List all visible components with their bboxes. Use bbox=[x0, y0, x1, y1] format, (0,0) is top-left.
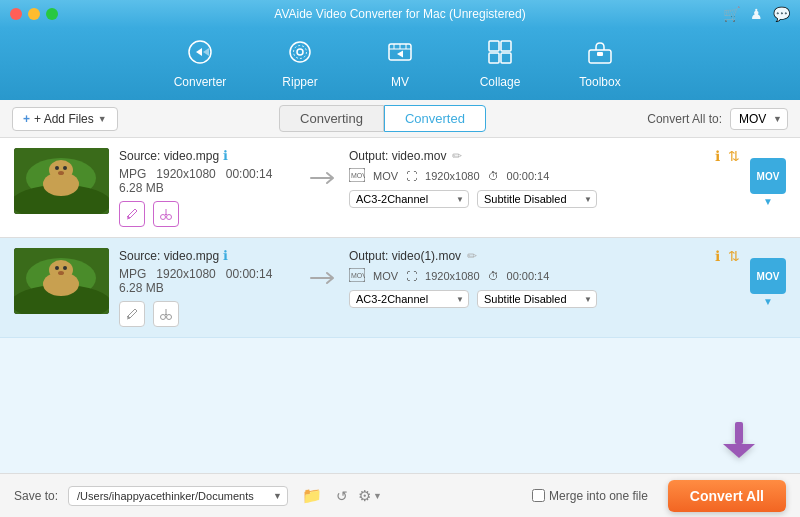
info-icon-1[interactable]: ℹ bbox=[223, 148, 228, 163]
output-info-1: Output: video.mov ✏ ℹ ⇅ MOV MOV ⛶ bbox=[349, 148, 740, 208]
output-format-icon-1: MOV bbox=[349, 168, 365, 184]
output-res-icon-1: ⛶ bbox=[406, 170, 417, 182]
minimize-button[interactable] bbox=[28, 8, 40, 20]
svg-point-1 bbox=[290, 42, 310, 62]
subtitle-select-wrapper-2[interactable]: Subtitle Disabled None Auto bbox=[477, 289, 597, 308]
mv-label: MV bbox=[391, 75, 409, 89]
collage-label: Collage bbox=[480, 75, 521, 89]
refresh-folder-icon[interactable]: ↺ bbox=[336, 488, 348, 504]
output-res-2: 1920x1080 bbox=[425, 270, 479, 282]
cut-icon-btn-2[interactable] bbox=[153, 301, 179, 327]
collage-icon bbox=[487, 39, 513, 71]
merge-checkbox[interactable] bbox=[532, 489, 545, 502]
settings-button[interactable]: ⚙ ▼ bbox=[358, 487, 382, 505]
edit-icon-btn-1[interactable] bbox=[119, 201, 145, 227]
svg-point-30 bbox=[58, 271, 64, 275]
svg-point-18 bbox=[58, 171, 64, 175]
edit-icon-btn-2[interactable] bbox=[119, 301, 145, 327]
tab-converted[interactable]: Converted bbox=[384, 105, 486, 132]
tab-converting[interactable]: Converting bbox=[279, 105, 384, 132]
svg-point-17 bbox=[63, 166, 67, 170]
save-path-wrapper bbox=[68, 486, 288, 506]
source-label-2: Source: video.mpg bbox=[119, 249, 219, 263]
output-dur-2: 00:00:14 bbox=[507, 270, 550, 282]
nav-item-ripper[interactable]: Ripper bbox=[250, 28, 350, 100]
convert-all-to-label: Convert All to: bbox=[647, 112, 722, 126]
thumbnail-1 bbox=[14, 148, 109, 214]
svg-point-3 bbox=[294, 46, 307, 59]
audio-select-wrapper-2[interactable]: AC3-2Channel AAC MP3 bbox=[349, 289, 469, 308]
arrow-2 bbox=[309, 248, 339, 288]
svg-point-2 bbox=[297, 49, 303, 55]
save-path-input[interactable] bbox=[68, 486, 288, 506]
svg-point-29 bbox=[63, 266, 67, 270]
output-info-2: Output: video(1).mov ✏ ℹ ⇅ MOV MOV bbox=[349, 248, 740, 308]
format-select[interactable]: MOV MP4 MKV AVI bbox=[730, 108, 788, 130]
settings-output-icon-1[interactable]: ⇅ bbox=[728, 148, 740, 164]
source-label-1: Source: video.mpg bbox=[119, 149, 219, 163]
subtitle-select-1[interactable]: Subtitle Disabled None Auto bbox=[477, 190, 597, 208]
svg-marker-36 bbox=[723, 444, 755, 458]
nav-item-converter[interactable]: Converter bbox=[150, 28, 250, 100]
settings-output-icon-2[interactable]: ⇅ bbox=[728, 248, 740, 264]
mov-chevron-2[interactable]: ▼ bbox=[763, 296, 773, 307]
svg-point-27 bbox=[49, 260, 73, 280]
nav-item-toolbox[interactable]: Toolbox bbox=[550, 28, 650, 100]
folder-icon-button[interactable]: 📁 bbox=[302, 486, 322, 505]
convert-all-button[interactable]: Convert All bbox=[668, 480, 786, 512]
output-time-icon-2: ⏱ bbox=[488, 270, 499, 282]
maximize-button[interactable] bbox=[46, 8, 58, 20]
chat-icon[interactable]: 💬 bbox=[773, 6, 790, 22]
svg-point-16 bbox=[55, 166, 59, 170]
source-info-2: Source: video.mpg ℹ MPG 1920x1080 00:00:… bbox=[119, 248, 299, 327]
info-output-icon-1[interactable]: ℹ bbox=[715, 148, 720, 164]
audio-select-1[interactable]: AC3-2Channel AAC MP3 bbox=[349, 190, 469, 208]
format-select-wrapper[interactable]: MOV MP4 MKV AVI bbox=[730, 108, 788, 130]
edit-output-icon-1[interactable]: ✏ bbox=[452, 149, 462, 163]
merge-check-wrapper: Merge into one file bbox=[532, 489, 648, 503]
title-bar-actions: 🛒 ♟ 💬 bbox=[723, 6, 790, 22]
audio-select-2[interactable]: AC3-2Channel AAC MP3 bbox=[349, 290, 469, 308]
add-files-button[interactable]: + + Add Files ▼ bbox=[12, 107, 118, 131]
action-icons-1 bbox=[119, 201, 299, 227]
toolbox-label: Toolbox bbox=[579, 75, 620, 89]
svg-rect-10 bbox=[597, 52, 603, 56]
info-icon-2[interactable]: ℹ bbox=[223, 248, 228, 263]
info-output-icon-2[interactable]: ℹ bbox=[715, 248, 720, 264]
add-files-label: + Add Files bbox=[34, 112, 94, 126]
nav-item-collage[interactable]: Collage bbox=[450, 28, 550, 100]
svg-rect-9 bbox=[589, 50, 611, 63]
edit-output-icon-2[interactable]: ✏ bbox=[467, 249, 477, 263]
close-button[interactable] bbox=[10, 8, 22, 20]
save-to-label: Save to: bbox=[14, 489, 58, 503]
mov-badge-1[interactable]: MOV bbox=[750, 158, 786, 194]
subtitle-select-2[interactable]: Subtitle Disabled None Auto bbox=[477, 290, 597, 308]
mov-badge-2[interactable]: MOV bbox=[750, 258, 786, 294]
output-label-2: Output: video(1).mov bbox=[349, 249, 461, 263]
account-icon[interactable]: ♟ bbox=[750, 6, 763, 22]
video-item-1: Source: video.mpg ℹ MPG 1920x1080 00:00:… bbox=[0, 138, 800, 238]
mov-chevron-1[interactable]: ▼ bbox=[763, 196, 773, 207]
gear-icon: ⚙ bbox=[358, 487, 371, 505]
output-badge-2: MOV ▼ bbox=[750, 248, 786, 307]
audio-select-wrapper-1[interactable]: AC3-2Channel AAC MP3 bbox=[349, 189, 469, 208]
cut-icon-btn-1[interactable] bbox=[153, 201, 179, 227]
toolbox-icon bbox=[587, 39, 613, 71]
svg-rect-6 bbox=[501, 41, 511, 51]
video-item-2: Source: video.mpg ℹ MPG 1920x1080 00:00:… bbox=[0, 238, 800, 338]
subtitle-select-wrapper-1[interactable]: Subtitle Disabled None Auto bbox=[477, 189, 597, 208]
mv-icon bbox=[387, 39, 413, 71]
output-format-2: MOV bbox=[373, 270, 398, 282]
settings-chevron: ▼ bbox=[373, 491, 382, 501]
cart-icon[interactable]: 🛒 bbox=[723, 6, 740, 22]
output-time-icon-1: ⏱ bbox=[488, 170, 499, 182]
svg-rect-5 bbox=[489, 41, 499, 51]
nav-item-mv[interactable]: MV bbox=[350, 28, 450, 100]
merge-label[interactable]: Merge into one file bbox=[549, 489, 648, 503]
svg-text:MOV: MOV bbox=[351, 272, 365, 279]
svg-point-31 bbox=[161, 315, 166, 320]
meta-line-1: MPG 1920x1080 00:00:14 6.28 MB bbox=[119, 167, 299, 195]
svg-point-15 bbox=[49, 160, 73, 180]
svg-point-28 bbox=[55, 266, 59, 270]
footer: Save to: 📁 ↺ ⚙ ▼ Merge into one file Con… bbox=[0, 473, 800, 517]
